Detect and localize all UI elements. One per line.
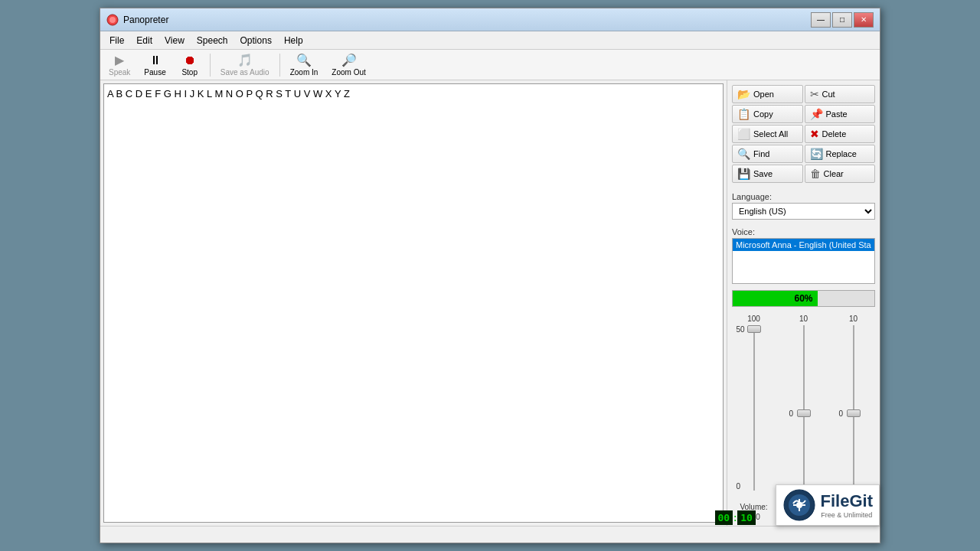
replace-icon: 🔄 [810, 148, 823, 160]
find-label: Find [753, 149, 769, 158]
cut-label: Cut [822, 90, 835, 99]
volume-mid-label: 50 [737, 325, 745, 334]
paste-label: Paste [826, 109, 848, 119]
save-audio-label: Save as Audio [220, 68, 270, 77]
maximize-button[interactable]: □ [832, 12, 852, 28]
timer-seconds: 10 [737, 510, 756, 525]
volume-thumb[interactable] [747, 325, 761, 333]
pitch-thumb[interactable] [847, 409, 861, 417]
pause-icon: ⏸ [149, 53, 162, 68]
speed-mid-label: 0 [789, 409, 794, 417]
voice-item-selected[interactable]: Microsoft Anna - English (United Sta [733, 239, 874, 251]
cut-button[interactable]: ✂ Cut [805, 85, 876, 103]
open-label: Open [753, 90, 774, 99]
language-label: Language: [732, 192, 875, 201]
status-bar [100, 526, 880, 543]
menu-help[interactable]: Help [278, 34, 309, 47]
pause-button[interactable]: ⏸ Pause [139, 51, 171, 79]
speak-label: Speak [109, 68, 130, 77]
toolbar-separator-2 [279, 54, 280, 77]
toolbar-separator-1 [210, 54, 211, 77]
select-all-label: Select All [753, 129, 788, 139]
paste-button[interactable]: 📌 Paste [805, 105, 876, 123]
svg-point-4 [796, 502, 802, 508]
action-buttons-grid: 📂 Open ✂ Cut 📋 Copy 📌 Paste ⬜ Selec [732, 85, 875, 183]
find-icon: 🔍 [737, 148, 750, 160]
voice-listbox[interactable]: Microsoft Anna - English (United Sta [732, 238, 875, 284]
stop-icon: ⏺ [184, 53, 196, 68]
pitch-top-val: 10 [849, 315, 858, 325]
filegit-watermark: 00 : 10 FileGit Free & Unlimited [776, 484, 880, 526]
menu-bar: File Edit View Speech Options Help [100, 31, 880, 50]
svg-point-1 [109, 17, 116, 23]
stop-label: Stop [181, 68, 198, 77]
select-all-icon: ⬜ [737, 128, 750, 140]
window-controls: — □ ✕ [811, 12, 874, 28]
app-icon [106, 14, 119, 26]
clear-icon: 🗑 [810, 168, 821, 180]
menu-file[interactable]: File [103, 34, 130, 47]
filegit-sublabel: Free & Unlimited [821, 511, 873, 519]
save-audio-icon: 🎵 [237, 53, 253, 68]
copy-label: Copy [753, 109, 773, 119]
speed-thumb[interactable] [797, 409, 811, 417]
minimize-button[interactable]: — [811, 12, 831, 28]
main-area: A B C D E F G H I J K L M N O P Q R S T … [100, 80, 880, 526]
right-panel: 📂 Open ✂ Cut 📋 Copy 📌 Paste ⬜ Selec [727, 80, 880, 526]
menu-options[interactable]: Options [234, 34, 278, 47]
filegit-label: FileGit [821, 491, 873, 511]
speak-button[interactable]: ▶ Speak [103, 51, 136, 79]
zoom-in-label: Zoom In [290, 68, 318, 77]
paste-icon: 📌 [810, 108, 823, 120]
volume-top-val: 100 [747, 315, 760, 325]
filegit-text-area: FileGit Free & Unlimited [821, 491, 873, 519]
volume-bot-label: 0 [737, 482, 741, 491]
zoom-out-icon: 🔎 [341, 53, 357, 68]
timer-display: 00 [715, 510, 733, 525]
open-button[interactable]: 📂 Open [732, 85, 803, 103]
cut-icon: ✂ [810, 88, 819, 100]
stop-button[interactable]: ⏺ Stop [175, 51, 205, 79]
save-audio-button[interactable]: 🎵 Save as Audio [215, 51, 275, 79]
speed-top-val: 10 [799, 315, 808, 325]
clear-button[interactable]: 🗑 Clear [805, 165, 876, 183]
progress-label: 60% [733, 291, 874, 306]
zoom-out-button[interactable]: 🔎 Zoom Out [326, 51, 371, 79]
open-icon: 📂 [737, 88, 750, 100]
delete-icon: ✖ [810, 128, 819, 140]
copy-button[interactable]: 📋 Copy [732, 105, 803, 123]
select-all-button[interactable]: ⬜ Select All [732, 125, 803, 143]
text-panel[interactable]: A B C D E F G H I J K L M N O P Q R S T … [103, 83, 724, 523]
menu-edit[interactable]: Edit [130, 34, 158, 47]
speak-icon: ▶ [115, 53, 124, 68]
clear-label: Clear [824, 169, 844, 178]
pitch-mid-label: 0 [839, 409, 844, 417]
timer-area: 00 : 10 [715, 510, 756, 525]
title-bar: Panopreter — □ ✕ [100, 8, 880, 31]
progress-bar: 60% [732, 290, 875, 307]
replace-label: Replace [826, 149, 857, 158]
main-window: Panopreter — □ ✕ File Edit View Speech O… [100, 8, 880, 543]
find-button[interactable]: 🔍 Find [732, 145, 803, 163]
menu-view[interactable]: View [158, 34, 191, 47]
zoom-out-label: Zoom Out [332, 68, 365, 77]
pause-label: Pause [144, 68, 165, 77]
save-icon: 💾 [737, 168, 750, 180]
menu-speech[interactable]: Speech [191, 34, 234, 47]
replace-button[interactable]: 🔄 Replace [805, 145, 876, 163]
timer-colon: : [733, 513, 737, 523]
delete-button[interactable]: ✖ Delete [805, 125, 876, 143]
close-button[interactable]: ✕ [854, 12, 874, 28]
delete-label: Delete [822, 129, 847, 139]
window-title: Panopreter [123, 15, 811, 25]
save-label: Save [753, 169, 773, 178]
volume-slider-col: 100 50 0 Volume: 100 [737, 315, 771, 521]
save-button[interactable]: 💾 Save [732, 165, 803, 183]
voice-label: Voice: [732, 227, 875, 236]
toolbar: ▶ Speak ⏸ Pause ⏺ Stop 🎵 Save as Audio 🔍… [100, 50, 880, 80]
language-select[interactable]: English (US) English (UK) Spanish French… [732, 203, 875, 220]
copy-icon: 📋 [737, 108, 750, 120]
zoom-in-button[interactable]: 🔍 Zoom In [285, 51, 324, 79]
zoom-in-icon: 🔍 [296, 53, 312, 68]
text-content: A B C D E F G H I J K L M N O P Q R S T … [107, 87, 720, 101]
